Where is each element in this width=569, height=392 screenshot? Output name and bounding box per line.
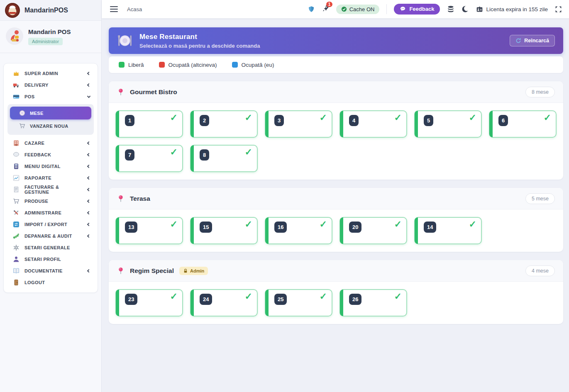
rocket-notifications[interactable]: 1 — [322, 5, 329, 14]
sidebar-item-meniu-digital[interactable]: MENIU DIGITAL — [4, 161, 98, 172]
credit-card-icon — [13, 93, 20, 100]
sidebar-item-administrare[interactable]: ADMINISTRARE — [4, 207, 98, 219]
table-number: 4 — [349, 115, 359, 126]
table-card-24[interactable]: 24✓ — [190, 289, 258, 317]
table-card-14[interactable]: 14✓ — [414, 217, 482, 244]
sidebar-item-label: LOGOUT — [24, 280, 90, 285]
shield-icon[interactable] — [308, 5, 315, 13]
page-content: Mese Restaurant Selectează o masă pentru… — [102, 18, 569, 392]
free-check-icon: ✓ — [394, 112, 402, 123]
section-body: 23✓24✓25✓26✓ — [109, 282, 563, 324]
table-status-bar — [265, 290, 269, 316]
table-status-bar — [190, 145, 194, 172]
legend-color-swatch — [232, 62, 238, 68]
cart-icon — [13, 198, 20, 205]
table-status-bar — [190, 217, 194, 244]
hotel-icon — [13, 140, 20, 146]
table-number: 8 — [200, 149, 209, 161]
sidebar-item-pos[interactable]: POS — [4, 91, 98, 102]
sidebar-item-documentatie[interactable]: DOCUMENTATIE — [4, 265, 98, 277]
sidebar-item-depanare-audit[interactable]: DEPANARE & AUDIT — [4, 230, 98, 242]
table-number: 26 — [349, 294, 361, 305]
sidebar-item-produse[interactable]: PRODUSE — [4, 195, 98, 207]
table-card-23[interactable]: 23✓ — [115, 289, 183, 317]
door-icon — [13, 279, 20, 286]
table-card-8[interactable]: 8✓ — [190, 145, 258, 172]
table-number: 24 — [200, 294, 212, 305]
table-card-16[interactable]: 16✓ — [265, 217, 332, 244]
sidebar-subitem-mese[interactable]: MESE — [10, 107, 91, 119]
table-card-3[interactable]: 3✓ — [265, 110, 332, 138]
table-status-bar — [489, 111, 493, 137]
sidebar-item-setari-generale[interactable]: SETARI GENERALE — [4, 242, 98, 253]
id-card-icon — [476, 6, 483, 13]
table-card-4[interactable]: 4✓ — [339, 110, 407, 138]
sidebar-item-label: SETARI PROFIL — [24, 257, 90, 262]
free-check-icon: ✓ — [170, 219, 178, 230]
table-number: 5 — [424, 115, 433, 126]
table-card-7[interactable]: 7✓ — [115, 145, 183, 172]
reload-button[interactable]: Reîncarcă — [510, 35, 555, 46]
table-number: 23 — [125, 294, 137, 305]
table-status-bar — [116, 217, 119, 244]
sidebar-item-label: PRODUSE — [24, 199, 83, 204]
fullscreen-icon[interactable] — [555, 6, 562, 13]
database-icon[interactable] — [447, 5, 454, 13]
hamburger-menu-icon[interactable] — [110, 6, 118, 12]
chevron-left-icon — [87, 211, 90, 214]
legend-color-swatch — [159, 62, 165, 68]
sidebar-item-label: FEEDBACK — [24, 152, 83, 157]
chevron-left-icon — [87, 200, 90, 203]
section-title: Regim Special — [130, 267, 174, 275]
sidebar-item-setari-profil[interactable]: SETARI PROFIL — [4, 253, 98, 265]
table-card-25[interactable]: 25✓ — [265, 289, 332, 317]
table-status-bar — [116, 290, 119, 316]
sidebar-item-label: MENIU DIGITAL — [24, 164, 83, 169]
sidebar-item-super-admin[interactable]: SUPER ADMIN — [4, 68, 98, 79]
feedback-button[interactable]: Feedback — [394, 4, 440, 15]
table-number: 6 — [498, 115, 508, 126]
section-body: 1✓2✓3✓4✓5✓6✓7✓8✓ — [109, 103, 563, 180]
free-check-icon: ✓ — [544, 112, 551, 123]
sidebar-subitem-vanzare-noua[interactable]: VANZARE NOUA — [10, 119, 91, 132]
sidebar-item-feedback[interactable]: FEEDBACK — [4, 149, 98, 161]
table-card-15[interactable]: 15✓ — [190, 217, 258, 244]
table-card-2[interactable]: 2✓ — [190, 110, 258, 138]
calculator-icon — [13, 163, 20, 170]
table-number: 3 — [274, 115, 284, 126]
table-card-5[interactable]: 5✓ — [414, 110, 482, 138]
pin-icon — [117, 195, 125, 202]
table-number: 15 — [200, 222, 212, 233]
page-banner: Mese Restaurant Selectează o masă pentru… — [109, 27, 563, 54]
sidebar-item-label: DELIVERY — [24, 83, 83, 88]
breadcrumb[interactable]: Acasa — [127, 6, 142, 12]
sidebar-item-import-export[interactable]: IMPORT / EXPORT — [4, 219, 98, 230]
chevron-left-icon — [87, 269, 90, 273]
table-card-20[interactable]: 20✓ — [339, 217, 407, 244]
sidebar-item-delivery[interactable]: DELIVERY — [4, 79, 98, 91]
table-count-badge: 8 mese — [525, 87, 555, 97]
table-card-26[interactable]: 26✓ — [339, 289, 407, 317]
plate-icon — [19, 110, 25, 116]
section-gourmet-bistro: Gourmet Bistro8 mese1✓2✓3✓4✓5✓6✓7✓8✓ — [109, 81, 563, 180]
sidebar-item-rapoarte[interactable]: RAPOARTE — [4, 172, 98, 184]
legend-item-ocupat-eu: Ocupată (eu) — [232, 62, 274, 68]
truck-icon — [13, 82, 20, 88]
sidebar-subitem-label: MESE — [30, 111, 44, 116]
table-card-1[interactable]: 1✓ — [115, 110, 183, 138]
legend-label: Ocupată (eu) — [242, 62, 274, 68]
table-card-6[interactable]: 6✓ — [489, 110, 557, 138]
moon-dark-mode-icon[interactable] — [462, 5, 469, 13]
table-number: 2 — [200, 115, 209, 126]
free-check-icon: ✓ — [245, 112, 252, 123]
free-check-icon: ✓ — [320, 112, 327, 123]
section-title: Gourmet Bistro — [130, 88, 177, 96]
sidebar-item-facturare-gestiune[interactable]: FACTURARE & GESTIUNE — [4, 184, 98, 195]
free-check-icon: ✓ — [394, 291, 402, 302]
sidebar-item-logout[interactable]: LOGOUT — [4, 277, 98, 288]
chevron-down-icon — [87, 94, 90, 97]
speech-bubble-icon — [13, 151, 20, 158]
table-number: 20 — [349, 222, 361, 233]
sidebar-item-cazare[interactable]: CAZARE — [4, 137, 98, 149]
table-card-13[interactable]: 13✓ — [115, 217, 183, 244]
